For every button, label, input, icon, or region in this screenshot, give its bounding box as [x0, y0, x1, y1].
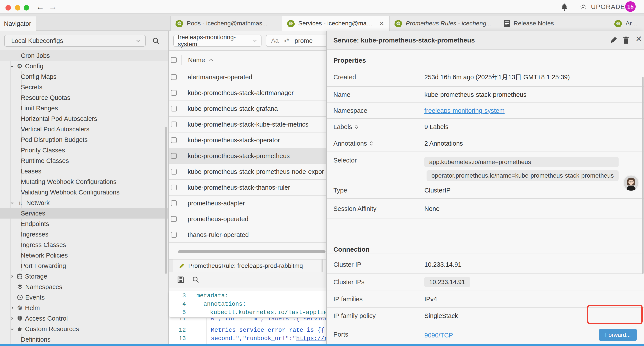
sort-asc-icon[interactable]: [209, 58, 213, 61]
detail-row-name: Name kube-prometheus-stack-prometheus: [327, 87, 644, 103]
sidebar-item-config-maps[interactable]: Config Maps: [0, 71, 168, 82]
sidebar-item-ingresses[interactable]: Ingresses: [0, 229, 168, 240]
detail-body: Properties Created 253d 16h 6m ago (2025…: [327, 50, 644, 344]
save-icon[interactable]: [177, 276, 185, 285]
chevron-right-icon: [10, 274, 14, 279]
detail-row-cluster-ip: [327, 237, 644, 254]
sidebar-item-namespaces[interactable]: Namespaces: [0, 282, 168, 292]
sidebar-item-definitions[interactable]: Definitions: [0, 334, 168, 345]
sidebar-item-limit-ranges[interactable]: Limit Ranges: [0, 103, 168, 113]
notification-badge[interactable]: 15: [625, 1, 636, 12]
sidebar-item-network-policies[interactable]: Network Policies: [0, 250, 168, 261]
sidebar-item-storage[interactable]: Storage: [0, 271, 168, 282]
window-bottom-border: [0, 344, 644, 346]
row-checkbox[interactable]: [171, 232, 177, 238]
cluster-ip-chip: 10.233.14.91: [424, 277, 470, 287]
selector-chip: operator.prometheus.io/name=kube-prometh…: [426, 170, 618, 181]
tab-services[interactable]: ☸ Services - icecheng@math... ✕: [282, 16, 389, 31]
traffic-light-minimize-button[interactable]: [15, 5, 20, 10]
tab-strip: Navigator ☸ Pods - icecheng@mathmas... ☸…: [0, 13, 644, 31]
row-checkbox[interactable]: [171, 137, 177, 143]
title-bar: ← → UPGRADE 15: [0, 0, 644, 13]
clock-icon: [17, 294, 23, 301]
row-checkbox[interactable]: [171, 90, 177, 96]
detail-row-namespace: Namespace freeleaps-monitoring-system: [327, 103, 644, 119]
regex-toggle[interactable]: ▪*: [284, 37, 289, 44]
sidebar-item-events[interactable]: Events: [0, 292, 168, 303]
namespace-link[interactable]: freeleaps-monitoring-system: [424, 107, 504, 114]
detail-row-type: Type ClusterIP: [327, 182, 644, 199]
sidebar-item-custom-resources[interactable]: Custom Resources: [0, 324, 168, 334]
expander-icon[interactable]: [355, 125, 358, 129]
namespace-selector[interactable]: freeleaps-monitoring-system: [174, 34, 262, 47]
horizontal-scrollbar[interactable]: [178, 250, 326, 253]
column-divider: [182, 55, 182, 65]
sidebar-scrollbar[interactable]: [165, 127, 167, 274]
sidebar-item-horizontal-pod-autoscalers[interactable]: Horizontal Pod Autoscalers: [0, 113, 168, 124]
forward-button[interactable]: Forward...: [599, 329, 637, 341]
name-column-header[interactable]: Name: [188, 56, 205, 64]
avatar[interactable]: [623, 175, 639, 191]
row-checkbox[interactable]: [171, 200, 177, 206]
detail-row-selector: Selector app.kubernetes.io/name=promethe…: [327, 152, 644, 182]
sidebar-item-secrets[interactable]: Secrets: [0, 82, 168, 92]
editor-tab-prometheusrule[interactable]: PrometheusRule: freeleaps-prod-rabbitmq: [173, 260, 321, 272]
row-checkbox[interactable]: [171, 153, 177, 159]
detail-row-created: Created 253d 16h 6m ago (2025年1月13日 GMT+…: [327, 68, 644, 87]
sidebar-item-endpoints[interactable]: Endpoints: [0, 219, 168, 229]
tab-release-notes[interactable]: Release Notes: [499, 16, 609, 31]
detail-row-cluster-ip: Cluster IP 10.233.14.91: [327, 256, 644, 274]
detail-scrollbar[interactable]: [642, 77, 644, 274]
section-heading-properties: Properties: [334, 57, 366, 64]
traffic-light-zoom-button[interactable]: [24, 5, 29, 10]
close-icon[interactable]: ✕: [636, 34, 642, 43]
sidebar-item-config[interactable]: ⚙ Config: [0, 61, 168, 71]
tab-pods[interactable]: ☸ Pods - icecheng@mathmas...: [170, 16, 282, 31]
sidebar-item-access-control[interactable]: Access Control: [0, 313, 168, 324]
sidebar-item-network[interactable]: ↑↓ Network: [0, 198, 168, 208]
detail-row-cluster-ips: Cluster IPs 10.233.14.91: [327, 274, 644, 291]
expander-icon[interactable]: [370, 141, 373, 146]
tab-prometheus-rules[interactable]: ☸ Prometheus Rules - icecheng...: [389, 16, 499, 31]
trash-icon[interactable]: [622, 36, 630, 45]
detail-title: Service: kube-prometheus-stack-prometheu…: [334, 36, 475, 44]
upgrade-button[interactable]: UPGRADE: [579, 2, 625, 11]
sidebar-item-services[interactable]: Services: [0, 208, 168, 219]
sidebar-item-port-forwarding[interactable]: Port Forwarding: [0, 261, 168, 271]
sidebar-item-ingress-classes[interactable]: Ingress Classes: [0, 240, 168, 250]
chevron-down-icon: [10, 64, 14, 68]
sidebar-item-leases[interactable]: Leases: [0, 166, 168, 177]
sidebar-item-runtime-classes[interactable]: Runtime Classes: [0, 155, 168, 166]
sidebar-item-resource-quotas[interactable]: Resource Quotas: [0, 92, 168, 103]
bell-icon[interactable]: [560, 3, 568, 12]
edit-icon[interactable]: [610, 36, 618, 45]
match-case-toggle[interactable]: Aa: [271, 37, 278, 44]
sidebar-item-mutating-webhook-configurations[interactable]: Mutating Webhook Configurations: [0, 177, 168, 187]
upgrade-label: UPGRADE: [591, 3, 625, 10]
row-checkbox[interactable]: [171, 216, 177, 222]
close-icon[interactable]: ✕: [379, 20, 384, 27]
tab-navigator[interactable]: Navigator: [0, 16, 36, 31]
sidebar-item-vertical-pod-autoscalers[interactable]: Vertical Pod Autoscalers: [0, 124, 168, 134]
traffic-light-close-button[interactable]: [6, 5, 11, 10]
back-icon[interactable]: ←: [36, 2, 44, 11]
row-checkbox[interactable]: [171, 122, 177, 127]
sidebar-item-helm[interactable]: ☸ Helm: [0, 303, 168, 313]
sidebar-item-pod-disruption-budgets[interactable]: Pod Disruption Budgets: [0, 134, 168, 145]
row-checkbox[interactable]: [171, 169, 177, 175]
kubeconfig-selector[interactable]: Local Kubeconfigs: [4, 35, 146, 47]
port-link[interactable]: 9090/TCP: [424, 332, 453, 339]
row-checkbox[interactable]: [171, 74, 177, 80]
row-checkbox[interactable]: [171, 106, 177, 111]
detail-row-annotations: Annotations 2 Annotations: [327, 135, 644, 152]
chevron-down-icon: [10, 200, 14, 205]
search-icon[interactable]: [192, 276, 200, 284]
sidebar-item-validating-webhook-configurations[interactable]: Validating Webhook Configurations: [0, 187, 168, 198]
row-checkbox[interactable]: [171, 185, 177, 190]
tab-argo[interactable]: ☸ Argo Se: [609, 16, 644, 31]
sidebar-item-cron-jobs[interactable]: Cron Jobs: [0, 50, 168, 61]
forward-icon[interactable]: →: [49, 2, 57, 11]
select-all-checkbox[interactable]: [171, 57, 177, 63]
sidebar-item-priority-classes[interactable]: Priority Classes: [0, 145, 168, 155]
search-icon[interactable]: [152, 37, 160, 46]
